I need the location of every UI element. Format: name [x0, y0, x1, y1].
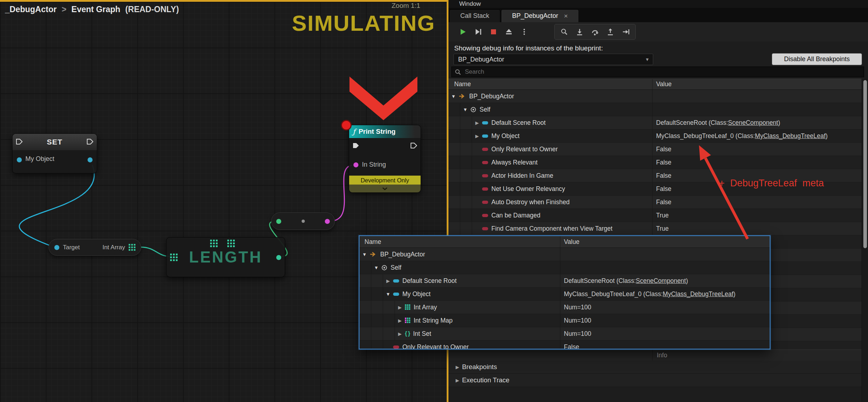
- indent-guide: [359, 314, 371, 327]
- get-int-array-node[interactable]: Target Int Array: [49, 239, 141, 256]
- my-object-input-pin[interactable]: [17, 157, 22, 162]
- table-row-int-array[interactable]: ▶Int ArrayNum=100: [359, 301, 770, 314]
- expander-closed-icon[interactable]: ▶: [395, 318, 405, 323]
- chevron-down-icon: ▾: [646, 56, 649, 63]
- table-row-only-relevant-to-owner[interactable]: Only Relevant to OwnerFalse: [448, 143, 862, 156]
- expander-closed-icon[interactable]: ▶: [395, 305, 405, 310]
- section-row-breakpoints[interactable]: ▶Breakpoints: [448, 361, 862, 374]
- class-link[interactable]: SceneComponent: [728, 119, 778, 127]
- table-row-int-set[interactable]: ▶{ }Int SetNum=100: [359, 327, 770, 340]
- section-row-execution-trace[interactable]: ▶Execution Trace: [448, 374, 862, 387]
- name-column-header[interactable]: Name: [448, 79, 652, 89]
- table-row-default-scene-root[interactable]: ▶Default Scene RootDefaultSceneRoot (Cla…: [448, 116, 862, 129]
- exec-out-pin[interactable]: [87, 139, 93, 144]
- set-node[interactable]: SET My Object: [12, 133, 97, 173]
- string-output-pin[interactable]: [325, 219, 330, 224]
- table-row-my-object[interactable]: ▼My ObjectMyClass_DebugTreeLeaf_0 (Class…: [359, 288, 770, 301]
- table-row-can-be-damaged[interactable]: Can be DamagedTrue: [448, 209, 862, 222]
- array-length-node[interactable]: LENGTH: [166, 237, 285, 277]
- stop-icon[interactable]: [486, 25, 501, 38]
- indent-guide: [460, 116, 472, 129]
- array-input-pin[interactable]: [170, 254, 178, 261]
- tab-bp-debugactor[interactable]: BP_DebugActor×: [501, 9, 579, 22]
- indent-guide: [371, 301, 383, 314]
- indent-guide: [460, 209, 472, 222]
- step-into-icon[interactable]: [572, 25, 587, 38]
- scrollbar-thumb[interactable]: [863, 80, 867, 248]
- wire-object[interactable]: [19, 165, 94, 247]
- table-row-only-relevant-to-owner[interactable]: Only Relevant to OwnerFalse: [359, 340, 770, 349]
- search-input[interactable]: [464, 68, 860, 76]
- screenshot-root: _DebugActor > Event Graph (READ-ONLY) Zo…: [0, 0, 868, 402]
- table-row-int-string-map[interactable]: ▶Int String MapNum=100: [359, 314, 770, 327]
- tab-call-stack[interactable]: Call Stack: [449, 9, 500, 22]
- name-column-header[interactable]: Name: [359, 236, 560, 247]
- exec-in-pin[interactable]: [353, 143, 359, 148]
- row-label: My Object: [491, 132, 520, 140]
- my-object-output-pin[interactable]: [88, 157, 93, 162]
- indent-guide: [371, 288, 383, 300]
- to-string-conversion-node[interactable]: [271, 212, 335, 230]
- find-node-icon[interactable]: [557, 25, 571, 38]
- blueprint-selector-dropdown[interactable]: BP_DebugActor ▾: [453, 54, 653, 65]
- row-label: Only Relevant to Owner: [402, 343, 469, 350]
- frame-skip-icon[interactable]: [471, 25, 485, 38]
- step-over-icon[interactable]: [588, 25, 602, 38]
- table-row-bp-debugactor[interactable]: ▼BP_DebugActor: [448, 90, 862, 103]
- breadcrumb: _DebugActor > Event Graph (READ-ONLY): [5, 5, 179, 14]
- expander-closed-icon[interactable]: ▶: [472, 133, 482, 139]
- class-link[interactable]: MyClass_DebugTreeLeaf: [755, 132, 826, 140]
- table-row-bp-debugactor[interactable]: ▼BP_DebugActor: [359, 248, 770, 261]
- menu-window[interactable]: Window: [459, 0, 481, 8]
- breadcrumb-page[interactable]: Event Graph: [71, 5, 120, 14]
- exec-out-pin[interactable]: [411, 143, 417, 148]
- expander-closed-icon[interactable]: ▶: [448, 378, 462, 383]
- table-row-always-relevant[interactable]: Always RelevantFalse: [448, 156, 862, 169]
- tab-close-icon[interactable]: ×: [564, 12, 568, 20]
- array-output-pin[interactable]: [129, 244, 135, 251]
- breakpoint-icon[interactable]: [341, 120, 352, 131]
- annotation-label: + DebugTreeLeaf meta: [719, 178, 824, 189]
- table-row-auto-destroy-when-finished[interactable]: Auto Destroy when FinishedFalse: [448, 196, 862, 209]
- self-icon: [470, 107, 476, 113]
- row-label: Int String Map: [414, 317, 453, 324]
- class-link[interactable]: MyClass_DebugTreeLeaf: [663, 290, 734, 298]
- int-input-pin[interactable]: [276, 219, 281, 224]
- row-value: False: [656, 172, 671, 180]
- expander-closed-icon[interactable]: ▶: [383, 278, 393, 284]
- table-header: Name Value: [448, 79, 862, 90]
- expander-open-icon[interactable]: ▼: [371, 265, 381, 270]
- step-forward-icon[interactable]: [619, 25, 633, 38]
- value-column-header[interactable]: Value: [652, 79, 862, 89]
- expander-closed-icon[interactable]: ▶: [472, 120, 482, 126]
- expander-open-icon[interactable]: ▼: [359, 252, 369, 257]
- value-column-header[interactable]: Value: [560, 236, 770, 247]
- table-row-self[interactable]: ▼Self: [448, 103, 862, 116]
- vertical-scrollbar[interactable]: [862, 79, 868, 402]
- class-link[interactable]: SceneComponent: [636, 277, 686, 285]
- node-collapse-strip[interactable]: [349, 185, 421, 192]
- breadcrumb-separator-icon: >: [61, 5, 66, 14]
- expander-open-icon[interactable]: ▼: [383, 291, 393, 297]
- expander-closed-icon[interactable]: ▶: [448, 364, 462, 370]
- print-string-title: Print String: [358, 128, 395, 136]
- table-row-find-camera-component-when-view-target[interactable]: Find Camera Component when View TargetTr…: [448, 222, 862, 235]
- expander-open-icon[interactable]: ▼: [448, 94, 458, 99]
- print-string-node[interactable]: ƒ Print String In String Development Onl…: [349, 125, 421, 193]
- step-out-icon[interactable]: [603, 25, 617, 38]
- table-row-my-object[interactable]: ▶My ObjectMyClass_DebugTreeLeaf_0 (Class…: [448, 129, 862, 143]
- in-string-pin[interactable]: [353, 162, 358, 167]
- bool-pin-icon: [482, 201, 488, 204]
- eject-icon[interactable]: [502, 25, 516, 38]
- breadcrumb-root[interactable]: _DebugActor: [5, 5, 56, 14]
- disable-all-breakpoints-button[interactable]: Disable All Breakpoints: [772, 53, 862, 65]
- resume-icon[interactable]: [456, 25, 470, 38]
- length-output-pin[interactable]: [276, 255, 281, 260]
- exec-in-pin[interactable]: [16, 139, 23, 144]
- expander-open-icon[interactable]: ▼: [460, 107, 470, 112]
- table-row-default-scene-root[interactable]: ▶Default Scene RootDefaultSceneRoot (Cla…: [359, 274, 770, 288]
- target-input-pin[interactable]: [54, 245, 59, 250]
- more-options-icon[interactable]: [517, 25, 531, 38]
- expander-closed-icon[interactable]: ▶: [395, 331, 405, 337]
- table-row-self[interactable]: ▼Self: [359, 261, 770, 274]
